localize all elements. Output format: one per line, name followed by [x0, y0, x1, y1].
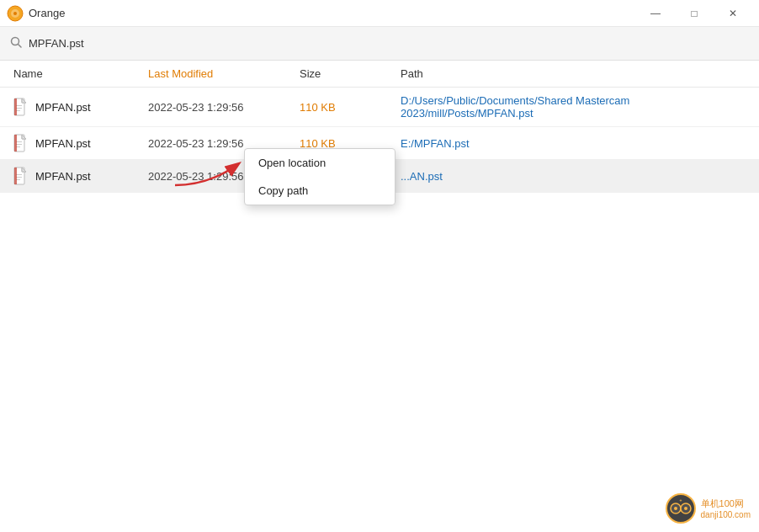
maximize-button[interactable]: □	[675, 0, 714, 27]
watermark-info: 单机100网 danji100.com	[701, 497, 751, 519]
file-name-1: MPFAN.pst	[35, 101, 91, 114]
context-menu-open-location[interactable]: Open location	[245, 149, 395, 177]
svg-point-2	[13, 12, 17, 15]
file-cell-1: MPFAN.pst	[13, 98, 148, 116]
minimize-button[interactable]: —	[636, 0, 675, 27]
date-cell-1: 2022-05-23 1:29:56	[148, 101, 300, 114]
watermark-label: 单机100网	[701, 497, 751, 510]
close-button[interactable]: ✕	[714, 0, 752, 27]
file-icon	[13, 167, 29, 185]
search-input[interactable]	[29, 37, 749, 50]
path-cell-1: D:/Users/Public/Documents/Shared Masterc…	[401, 94, 746, 120]
titlebar: Orange — □ ✕	[0, 0, 759, 27]
size-cell-1: 110 KB	[300, 101, 401, 114]
svg-rect-19	[16, 174, 22, 175]
context-menu: Open location Copy path	[244, 148, 395, 205]
watermark-logo-icon: +	[666, 493, 696, 524]
svg-text:+: +	[679, 497, 682, 503]
file-cell-2: MPFAN.pst	[13, 134, 148, 152]
table-header: Name Last Modified Size Path	[0, 61, 759, 88]
arrow-indicator	[167, 156, 251, 192]
titlebar-controls: — □ ✕	[636, 0, 752, 27]
svg-rect-14	[16, 144, 22, 145]
search-icon	[10, 36, 22, 51]
context-menu-copy-path[interactable]: Copy path	[245, 177, 395, 205]
col-header-last-modified: Last Modified	[148, 67, 300, 80]
svg-line-4	[19, 45, 22, 48]
path-cell-2: E:/MPFAN.pst	[401, 137, 746, 150]
file-cell-3: MPFAN.pst	[13, 167, 148, 185]
watermark-domain: danji100.com	[701, 510, 751, 519]
svg-point-27	[674, 507, 677, 510]
file-icon	[13, 98, 29, 116]
col-header-size: Size	[300, 67, 401, 80]
file-icon	[13, 134, 29, 152]
file-name-2: MPFAN.pst	[35, 137, 91, 150]
col-header-name: Name	[13, 67, 148, 80]
path-cell-3: ...AN.pst	[401, 170, 746, 183]
app-logo-icon	[7, 5, 24, 22]
searchbar	[0, 27, 759, 61]
svg-rect-13	[16, 141, 22, 142]
file-name-3: MPFAN.pst	[35, 170, 91, 183]
svg-rect-22	[14, 168, 17, 184]
svg-rect-7	[16, 105, 22, 106]
svg-point-28	[684, 507, 687, 510]
svg-rect-8	[16, 108, 22, 109]
col-header-path: Path	[401, 67, 746, 80]
svg-rect-16	[14, 135, 17, 152]
titlebar-left: Orange	[7, 5, 65, 22]
svg-rect-10	[14, 98, 17, 115]
app-title: Orange	[29, 7, 65, 19]
watermark: + 单机100网 danji100.com	[666, 493, 751, 524]
table-row[interactable]: MPFAN.pst 2022-05-23 1:29:56 110 KB D:/U…	[0, 88, 759, 127]
svg-rect-20	[16, 177, 22, 178]
